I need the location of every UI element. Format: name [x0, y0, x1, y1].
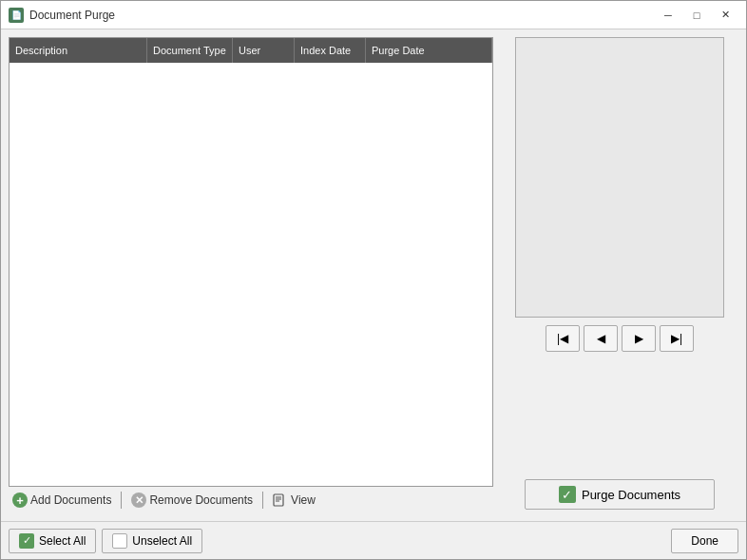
window-controls: ─ □ ✕ [655, 6, 738, 25]
unselect-all-button[interactable]: Unselect All [102, 529, 202, 553]
unselect-all-label: Unselect All [132, 534, 192, 548]
remove-documents-label: Remove Documents [149, 493, 253, 507]
add-documents-button[interactable]: + Add Documents [9, 491, 115, 510]
first-icon: |◀ [557, 332, 568, 345]
document-toolbar: + Add Documents ✕ Remove Documents [9, 487, 493, 513]
title-bar: 📄 Document Purge ─ □ ✕ [1, 1, 746, 29]
table-header: Description Document Type User Index Dat… [10, 38, 492, 63]
view-button[interactable]: View [269, 491, 319, 510]
purge-area: ✓ Purge Documents [501, 479, 738, 513]
maximize-button[interactable]: □ [683, 6, 710, 25]
last-page-button[interactable]: ▶| [660, 325, 694, 352]
next-page-button[interactable]: ▶ [622, 325, 656, 352]
first-page-button[interactable]: |◀ [546, 325, 580, 352]
select-all-check-icon: ✓ [19, 533, 34, 549]
navigation-controls: |◀ ◀ ▶ ▶| [546, 325, 694, 352]
right-panel: |◀ ◀ ▶ ▶| ✓ Purge Docum [501, 37, 738, 513]
remove-icon: ✕ [131, 492, 146, 508]
document-preview [515, 37, 724, 318]
unselect-all-check-icon [112, 533, 127, 549]
minimize-button[interactable]: ─ [655, 6, 681, 25]
bottom-bar: ✓ Select All Unselect All Done [1, 521, 746, 559]
window: 📄 Document Purge ─ □ ✕ Description Docum… [0, 0, 747, 560]
col-header-indexdate: Index Date [295, 38, 366, 63]
col-header-description: Description [10, 38, 147, 63]
main-row: Description Document Type User Index Dat… [9, 37, 738, 513]
col-header-purgedate: Purge Date [366, 38, 492, 63]
purge-documents-button[interactable]: ✓ Purge Documents [525, 479, 715, 510]
remove-documents-button[interactable]: ✕ Remove Documents [127, 491, 257, 510]
purge-check-icon: ✓ [559, 486, 576, 503]
select-all-button[interactable]: ✓ Select All [9, 529, 96, 553]
left-panel: Description Document Type User Index Dat… [9, 37, 493, 513]
prev-page-button[interactable]: ◀ [584, 325, 618, 352]
app-icon: 📄 [9, 8, 24, 23]
col-header-doctype: Document Type [147, 38, 233, 63]
next-icon: ▶ [635, 332, 643, 345]
add-documents-label: Add Documents [30, 493, 111, 507]
toolbar-separator-1 [121, 492, 122, 509]
col-header-user: User [233, 38, 295, 63]
window-title: Document Purge [29, 9, 655, 22]
select-all-label: Select All [39, 534, 86, 548]
table-body [10, 63, 492, 486]
document-table: Description Document Type User Index Dat… [9, 37, 493, 487]
toolbar-separator-2 [262, 492, 263, 509]
purge-documents-label: Purge Documents [582, 488, 680, 502]
view-label: View [291, 493, 316, 507]
view-icon [273, 492, 288, 508]
last-icon: ▶| [671, 332, 682, 345]
prev-icon: ◀ [597, 332, 605, 345]
content-area: Description Document Type User Index Dat… [1, 29, 746, 521]
add-icon: + [12, 492, 28, 508]
done-button[interactable]: Done [671, 529, 738, 553]
svg-rect-0 [274, 494, 283, 506]
close-button[interactable]: ✕ [712, 6, 738, 25]
